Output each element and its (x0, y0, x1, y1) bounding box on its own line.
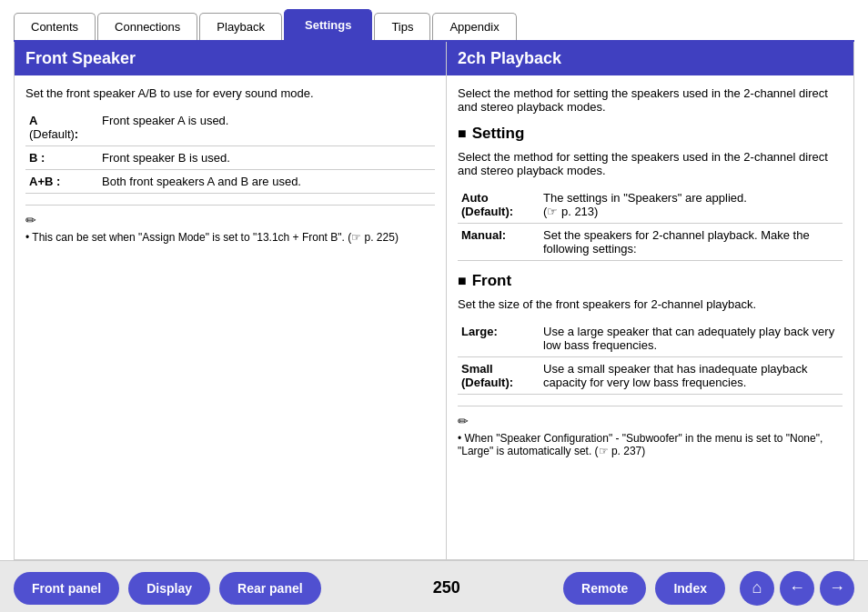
index-button[interactable]: Index (655, 572, 725, 605)
left-section-header: Front Speaker (15, 42, 446, 75)
tab-contents[interactable]: Contents (14, 13, 96, 40)
footer: Front panel Display Rear panel 250 Remot… (0, 560, 868, 612)
table-row: A+B : Both front speakers A and B are us… (25, 170, 435, 194)
row-label: Manual: (458, 224, 540, 261)
setting-intro: Select the method for setting the speake… (458, 150, 843, 177)
rear-panel-button[interactable]: Rear panel (219, 572, 321, 605)
setting-table: Auto(Default): The settings in "Speakers… (458, 186, 843, 261)
right-note-text: • When "Speaker Configuration" - "Subwoo… (458, 432, 843, 457)
right-note-box: ✏ • When "Speaker Configuration" - "Subw… (458, 406, 843, 457)
tab-playback[interactable]: Playback (199, 13, 282, 40)
left-note-box: ✏ • This can be set when "Assign Mode" i… (25, 205, 435, 244)
tab-tips[interactable]: Tips (374, 13, 430, 40)
front-table: Large: Use a large speaker that can adeq… (458, 320, 843, 395)
left-panel: Front Speaker Set the front speaker A/B … (15, 42, 447, 559)
table-row: Large: Use a large speaker that can adeq… (458, 320, 843, 357)
table-row: B : Front speaker B is used. (25, 146, 435, 170)
row-value: Front speaker A is used. (98, 109, 435, 146)
remote-button[interactable]: Remote (563, 572, 646, 605)
row-value: The settings in "Speakers" are applied.(… (540, 186, 843, 224)
pencil-icon-right: ✏ (458, 414, 843, 428)
setting-subsection-header: Setting (458, 125, 843, 143)
front-intro: Set the size of the front speakers for 2… (458, 297, 843, 311)
table-row: Auto(Default): The settings in "Speakers… (458, 186, 843, 224)
row-label: B : (25, 146, 98, 170)
row-value: Both front speakers A and B are used. (98, 170, 435, 194)
nav-tabs: Contents Connections Playback Settings T… (14, 9, 854, 42)
left-note-text: • This can be set when "Assign Mode" is … (25, 231, 435, 244)
row-label: Large: (458, 320, 540, 357)
right-section-header: 2ch Playback (447, 42, 853, 75)
forward-button[interactable]: → (820, 571, 854, 606)
right-panel: 2ch Playback Select the method for setti… (447, 42, 853, 559)
back-button[interactable]: ← (780, 571, 814, 606)
right-panel-body: Select the method for setting the speake… (447, 86, 853, 457)
display-button[interactable]: Display (128, 572, 210, 605)
front-speaker-table: A(Default): Front speaker A is used. B :… (25, 109, 435, 194)
front-subsection-header: Front (458, 272, 843, 290)
table-row: Manual: Set the speakers for 2-channel p… (458, 224, 843, 261)
tab-settings[interactable]: Settings (284, 9, 372, 40)
tab-connections[interactable]: Connections (97, 13, 197, 40)
row-label: Auto(Default): (458, 186, 540, 224)
row-label: Small(Default): (458, 357, 540, 395)
left-panel-body: Set the front speaker A/B to use for eve… (15, 86, 446, 244)
row-value: Use a small speaker that has inadequate … (540, 357, 843, 395)
home-button[interactable]: ⌂ (740, 571, 774, 606)
page-number: 250 (344, 578, 550, 597)
footer-nav-buttons: ⌂ ← → (734, 571, 854, 606)
right-intro: Select the method for setting the speake… (458, 86, 843, 114)
pencil-icon: ✏ (25, 213, 435, 227)
table-row: A(Default): Front speaker A is used. (25, 109, 435, 146)
row-label: A+B : (25, 170, 98, 194)
content-area: Front Speaker Set the front speaker A/B … (14, 42, 854, 560)
table-row: Small(Default): Use a small speaker that… (458, 357, 843, 395)
tab-appendix[interactable]: Appendix (432, 13, 516, 40)
left-intro: Set the front speaker A/B to use for eve… (25, 86, 435, 100)
row-value: Use a large speaker that can adequately … (540, 320, 843, 357)
row-label: A(Default): (25, 109, 98, 146)
row-value: Front speaker B is used. (98, 146, 435, 170)
row-value: Set the speakers for 2-channel playback.… (540, 224, 843, 261)
front-panel-button[interactable]: Front panel (14, 572, 119, 605)
